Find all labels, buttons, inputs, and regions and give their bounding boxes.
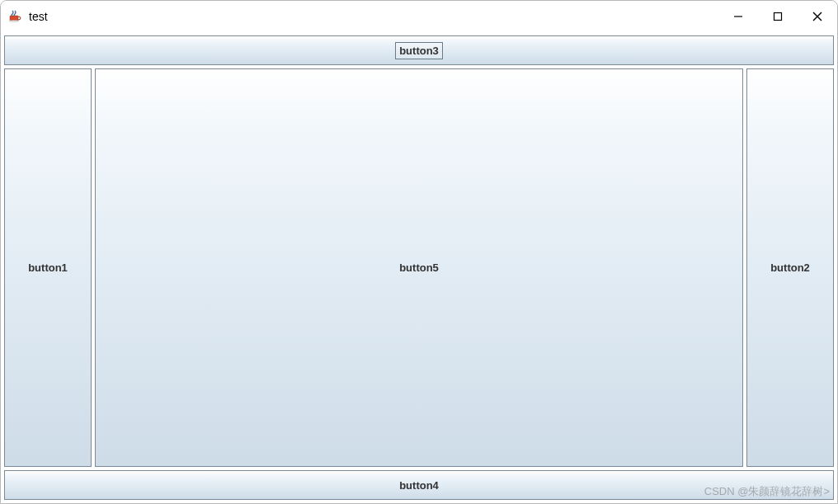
close-button[interactable] xyxy=(798,3,837,30)
button-north-label: button3 xyxy=(395,42,443,59)
borderlayout-panel: button3 button1 button5 button2 button4 xyxy=(1,32,837,503)
titlebar-left: test xyxy=(7,8,48,25)
button-east-label: button2 xyxy=(770,261,810,274)
button-east[interactable]: button2 xyxy=(746,68,834,467)
application-window: test button3 button1 button5 xyxy=(0,0,838,504)
button-south[interactable]: button4 xyxy=(4,470,834,500)
svg-point-1 xyxy=(9,21,19,22)
svg-rect-3 xyxy=(774,13,782,21)
button-north[interactable]: button3 xyxy=(4,35,834,65)
svg-rect-0 xyxy=(10,16,18,21)
minimize-button[interactable] xyxy=(718,3,758,30)
button-west-label: button1 xyxy=(28,261,68,274)
window-controls xyxy=(718,1,837,32)
middle-row: button1 button5 button2 xyxy=(4,68,834,467)
maximize-button[interactable] xyxy=(758,3,798,30)
window-title: test xyxy=(29,10,48,23)
button-south-label: button4 xyxy=(399,479,439,492)
titlebar: test xyxy=(1,1,837,32)
button-center[interactable]: button5 xyxy=(95,68,743,467)
button-west[interactable]: button1 xyxy=(4,68,92,467)
java-cup-icon xyxy=(7,8,24,25)
button-center-label: button5 xyxy=(399,261,439,274)
